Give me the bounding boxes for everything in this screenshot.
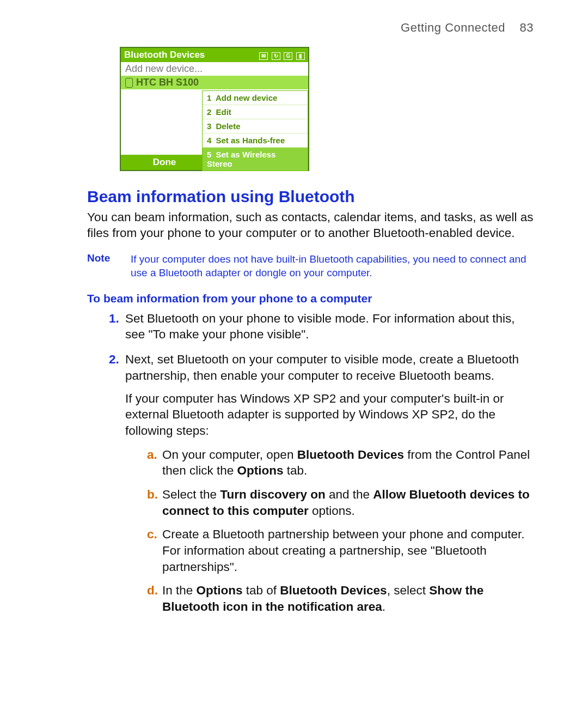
- steps-list: 1. Set Bluetooth on your phone to visibl…: [87, 311, 534, 615]
- document-page: Getting Connected 83 Bluetooth Devices ✉…: [0, 0, 588, 723]
- menu-set-handsfree[interactable]: 4 Set as Hands-free: [203, 133, 308, 147]
- substep-a: a. On your computer, open Bluetooth Devi…: [147, 447, 534, 479]
- note-label: Note: [87, 252, 131, 280]
- menu-edit[interactable]: 2 Edit: [203, 105, 308, 119]
- signal-icon: ▮: [296, 52, 305, 60]
- phone-titlebar: Bluetooth Devices ✉ ↻ G ▮: [121, 48, 308, 62]
- selected-device-row[interactable]: HTC BH S100: [121, 76, 308, 89]
- header-section: Getting Connected: [401, 21, 505, 34]
- softkey-done[interactable]: Done: [121, 155, 208, 170]
- section-heading: Beam information using Bluetooth: [87, 187, 534, 206]
- substep-marker: b.: [147, 487, 158, 503]
- bluetooth-device-icon: [125, 78, 133, 88]
- substep-marker: a.: [147, 447, 157, 463]
- menu-add-new-device[interactable]: 1 Add new device: [203, 91, 308, 105]
- substep-marker: c.: [147, 526, 157, 543]
- page-header: Getting Connected 83: [87, 21, 534, 35]
- network-icon: G: [284, 52, 292, 60]
- add-device-row[interactable]: Add new device...: [121, 62, 308, 76]
- menu-set-wireless-stereo[interactable]: 5 Set as Wireless Stereo: [203, 147, 308, 171]
- step-1: 1. Set Bluetooth on your phone to visibl…: [109, 311, 534, 343]
- substep-b: b. Select the Turn discovery on and the …: [147, 487, 534, 519]
- menu-delete[interactable]: 3 Delete: [203, 119, 308, 133]
- phone-device-list: Add new device... HTC BH S100 1 Add new …: [121, 62, 308, 155]
- phone-screenshot: Bluetooth Devices ✉ ↻ G ▮ Add new device…: [120, 47, 309, 171]
- status-icons: ✉ ↻ G ▮: [258, 50, 305, 60]
- phone-title: Bluetooth Devices: [124, 50, 205, 60]
- substep-d: d. In the Options tab of Bluetooth Devic…: [147, 582, 534, 615]
- header-page-number: 83: [520, 21, 534, 34]
- section-body: You can beam information, such as contac…: [87, 209, 534, 241]
- note-text: If your computer does not have built-in …: [131, 252, 534, 280]
- mail-icon: ✉: [259, 52, 268, 60]
- sync-icon: ↻: [272, 52, 280, 60]
- step-1-text: Set Bluetooth on your phone to visible m…: [125, 312, 514, 342]
- step-marker: 2.: [109, 351, 119, 368]
- subsection-heading: To beam information from your phone to a…: [87, 292, 534, 305]
- step-2-text-a: Next, set Bluetooth on your computer to …: [125, 353, 519, 382]
- selected-device-name: HTC BH S100: [136, 77, 199, 88]
- substeps-list: a. On your computer, open Bluetooth Devi…: [125, 447, 534, 615]
- step-2-text-b: If your computer has Windows XP SP2 and …: [125, 391, 534, 439]
- step-2: 2. Next, set Bluetooth on your computer …: [109, 351, 534, 615]
- context-menu: 1 Add new device 2 Edit 3 Delete 4 Set a…: [202, 90, 308, 171]
- note-block: Note If your computer does not have buil…: [87, 252, 534, 280]
- step-marker: 1.: [109, 311, 119, 327]
- substep-c: c. Create a Bluetooth partnership betwee…: [147, 526, 534, 575]
- substep-marker: d.: [147, 582, 158, 599]
